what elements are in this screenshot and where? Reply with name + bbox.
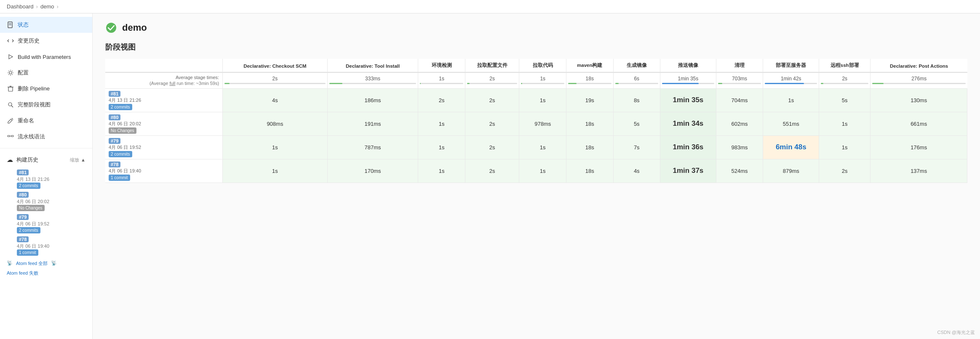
build-history-item[interactable]: #79 4月 06 日 19:52 2 commits	[0, 212, 92, 235]
sidebar-item-changes[interactable]: 变更历史	[0, 33, 92, 49]
table-row[interactable]: #78 4月 06 日 19:40 1 commit 1s170ms1s2s1s…	[105, 159, 967, 183]
build-time-10: 1s	[819, 112, 871, 136]
build-num-badge: #81	[17, 170, 29, 175]
atom-feed-all[interactable]: Atom feed 全部	[16, 260, 48, 267]
avg-time-10: 2s	[819, 73, 871, 89]
sidebar-item-label: 状态	[18, 21, 29, 29]
build-history-label: 构建历史	[16, 156, 38, 164]
sidebar-item-rename[interactable]: 重命名	[0, 113, 92, 129]
build-time-1: 170ms	[328, 159, 419, 183]
build-num[interactable]: #80	[109, 114, 120, 120]
build-time-1: 186ms	[328, 89, 419, 112]
search-icon	[7, 101, 14, 109]
sidebar-item-delete-pipeline[interactable]: 删除 Pipeline	[0, 81, 92, 97]
build-time-0: 908ms	[223, 112, 328, 136]
build-meta: #79 4月 06 日 19:52 2 commits	[105, 136, 223, 159]
breadcrumb: Dashboard › demo ›	[0, 0, 980, 13]
sidebar-item-config[interactable]: 配置	[0, 65, 92, 81]
svg-point-13	[106, 23, 116, 33]
build-time-7: 1min 34s	[660, 112, 716, 136]
build-num[interactable]: #79	[109, 138, 120, 144]
build-time-5: 18s	[566, 136, 614, 159]
avg-time-2: 1s	[418, 73, 465, 89]
build-time-6: 5s	[614, 112, 661, 136]
atom-icon-2: 📡	[51, 260, 57, 267]
stage-header-0: Declarative: Checkout SCM	[223, 59, 328, 73]
build-time-10: 5s	[819, 89, 871, 112]
build-time-3: 2s	[465, 89, 520, 112]
breadcrumb-dashboard[interactable]: Dashboard	[7, 3, 34, 10]
sidebar-item-full-stage-view[interactable]: 完整阶段视图	[0, 97, 92, 113]
flow-icon	[7, 133, 14, 140]
svg-rect-5	[8, 87, 13, 91]
stage-header-2: 环境检测	[418, 59, 465, 73]
code-icon	[7, 37, 14, 45]
section-title: 阶段视图	[105, 42, 967, 52]
build-badge: No Changes	[17, 205, 45, 211]
zoom-label[interactable]: 缩放	[70, 157, 79, 163]
stage-header-5: maven构建	[566, 59, 614, 73]
sidebar-item-label: 删除 Pipeline	[18, 85, 50, 93]
build-time-10: 1s	[819, 136, 871, 159]
page-title: demo	[122, 22, 147, 33]
build-meta: #78 4月 06 日 19:40 1 commit	[105, 159, 223, 183]
build-time-3: 2s	[465, 136, 520, 159]
avg-time-8: 703ms	[716, 73, 764, 89]
build-time-6: 4s	[614, 159, 661, 183]
collapse-icon[interactable]: ▲	[81, 157, 85, 162]
gear-icon	[7, 69, 14, 77]
build-badge: 2 commits	[17, 183, 40, 189]
build-meta: #80 4月 06 日 20:02 No Changes	[105, 112, 223, 136]
build-time-1: 787ms	[328, 136, 419, 159]
build-history-item[interactable]: #81 4月 13 日 21:26 2 commits	[0, 168, 92, 190]
sidebar-item-pipeline-syntax[interactable]: 流水线语法	[0, 129, 92, 145]
build-time-8: 704ms	[716, 89, 764, 112]
build-meta: #81 4月 13 日 21:26 2 commits	[105, 89, 223, 112]
avg-time-4: 1s	[519, 73, 566, 89]
avg-time-0: 2s	[223, 73, 328, 89]
build-num[interactable]: #78	[109, 162, 120, 167]
svg-line-9	[11, 106, 13, 107]
build-history-item[interactable]: #78 4月 06 日 19:40 1 commit	[0, 235, 92, 257]
build-time-7: 1min 37s	[660, 159, 716, 183]
sidebar-item-label: 流水线语法	[18, 133, 45, 140]
svg-point-8	[8, 103, 12, 106]
avg-time-9: 1min 42s	[763, 73, 819, 89]
avg-time-5: 18s	[566, 73, 614, 89]
sidebar: 状态 变更历史 Build with Parameters 配置 删除 Pipe…	[0, 13, 93, 339]
build-time-9: 6min 48s	[763, 136, 819, 159]
build-time-5: 18s	[566, 112, 614, 136]
build-history-item[interactable]: #80 4月 06 日 20:02 No Changes	[0, 190, 92, 212]
build-time-5: 19s	[566, 89, 614, 112]
build-time-3: 2s	[465, 159, 520, 183]
build-time-11: 176ms	[871, 136, 967, 159]
sidebar-item-label: 配置	[18, 69, 29, 77]
sidebar-item-status[interactable]: 状态	[0, 17, 92, 33]
build-time-2: 2s	[418, 89, 465, 112]
edit-icon	[7, 117, 14, 124]
build-time-1: 191ms	[328, 112, 419, 136]
build-time-8: 524ms	[716, 159, 764, 183]
build-time-4: 1s	[519, 159, 566, 183]
atom-feed-fail[interactable]: Atom feed 失败	[7, 270, 38, 276]
sidebar-item-label: 完整阶段视图	[18, 101, 51, 109]
sidebar-item-build-params[interactable]: Build with Parameters	[0, 49, 92, 65]
table-row[interactable]: #81 4月 13 日 21:26 2 commits 4s186ms2s2s1…	[105, 89, 967, 112]
build-time-4: 1s	[519, 89, 566, 112]
build-num[interactable]: #81	[109, 91, 120, 97]
avg-time-3: 2s	[465, 73, 520, 89]
build-time-8: 602ms	[716, 112, 764, 136]
stage-header-empty	[105, 59, 223, 73]
breadcrumb-demo[interactable]: demo	[40, 3, 54, 10]
build-time-3: 2s	[465, 112, 520, 136]
stage-header-9: 部署至服务器	[763, 59, 819, 73]
table-row[interactable]: #79 4月 06 日 19:52 2 commits 1s787ms1s2s1…	[105, 136, 967, 159]
build-time-6: 7s	[614, 136, 661, 159]
stage-header-4: 拉取代码	[519, 59, 566, 73]
table-row[interactable]: #80 4月 06 日 20:02 No Changes 908ms191ms1…	[105, 112, 967, 136]
build-time-9: 879ms	[763, 159, 819, 183]
build-num-badge: #78	[17, 236, 29, 242]
sidebar-item-label: 变更历史	[18, 37, 40, 45]
file-icon	[7, 21, 14, 29]
stage-header-11: Declarative: Post Actions	[871, 59, 967, 73]
